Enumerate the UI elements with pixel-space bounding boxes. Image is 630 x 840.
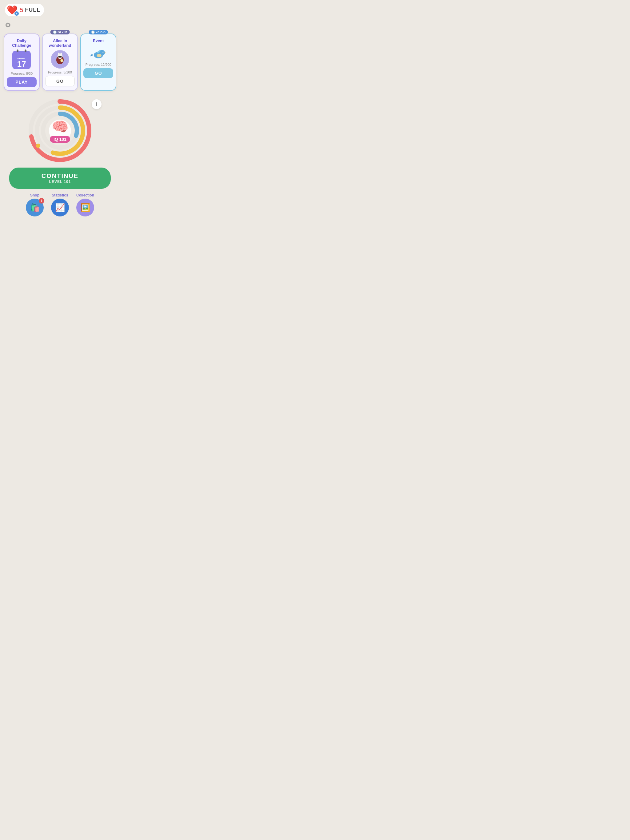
calendar-day: 17 xyxy=(17,60,26,68)
svg-point-19 xyxy=(57,99,62,104)
svg-point-7 xyxy=(59,57,60,58)
full-text: FULL xyxy=(25,7,40,13)
daily-card-title: Daily Challenge xyxy=(7,38,36,47)
alice-timer-badge: 🕐 2d 23h xyxy=(51,30,70,35)
calendar-pins xyxy=(17,49,27,52)
daily-challenge-card: Daily Challenge APRIL 17 Progress: 8/30 … xyxy=(4,33,40,91)
svg-point-21 xyxy=(36,144,40,148)
continue-button[interactable]: CONTINUE LEVEL 101 xyxy=(9,167,111,189)
svg-point-5 xyxy=(59,56,60,58)
event-progress: Progress: 12/200 xyxy=(85,63,111,66)
info-button[interactable]: i xyxy=(92,99,101,109)
shop-label: Shop xyxy=(30,193,40,197)
event-clock-icon: 🕐 xyxy=(91,30,95,34)
event-card-title: Event xyxy=(93,38,104,43)
hearts-badge[interactable]: ❤️ + 5 FULL xyxy=(5,4,44,16)
alice-card: 🕐 2d 23h Alice in wonderland Progress: 3… xyxy=(42,33,78,91)
shop-icon-circle: 🛍️ 1 xyxy=(26,199,44,216)
header: ❤️ + 5 FULL xyxy=(0,0,120,19)
alice-progress: Progress: 3/100 xyxy=(48,70,72,74)
shop-badge: 1 xyxy=(39,198,44,204)
alice-go-button[interactable]: GO xyxy=(45,76,75,87)
calendar-pin-left xyxy=(17,49,19,52)
brain-center: 🧠 IQ 101 xyxy=(50,119,70,143)
calendar-icon: APRIL 17 xyxy=(12,51,31,69)
plus-badge: + xyxy=(14,11,19,16)
svg-point-6 xyxy=(60,56,62,58)
brain-section: i 🧠 IQ 101 xyxy=(0,97,120,164)
daily-progress: Progress: 8/30 xyxy=(11,72,33,75)
shop-nav-item[interactable]: Shop 🛍️ 1 xyxy=(26,193,44,216)
event-bird xyxy=(89,46,108,61)
alice-timer-text: 2d 23h xyxy=(57,30,67,34)
svg-point-14 xyxy=(97,54,101,57)
svg-point-13 xyxy=(103,52,103,52)
daily-play-button[interactable]: PLAY xyxy=(7,77,36,87)
clock-icon: 🕐 xyxy=(53,30,57,34)
iq-badge: IQ 101 xyxy=(50,136,70,143)
calendar-pin-right xyxy=(25,49,27,52)
statistics-label: Statistics xyxy=(52,193,68,197)
collection-nav-item[interactable]: Collection 🖼️ xyxy=(76,193,94,216)
event-timer-badge: 🕐 2d 23h xyxy=(89,30,108,35)
heart-count: 5 xyxy=(19,6,23,14)
rings-container: 🧠 IQ 101 xyxy=(28,98,92,163)
brain-emoji: 🧠 xyxy=(52,119,69,135)
collection-icon-circle: 🖼️ xyxy=(76,199,94,216)
settings-button[interactable]: ⚙ xyxy=(0,19,16,32)
heart-icon: ❤️ + xyxy=(7,5,17,15)
alice-card-title: Alice in wonderland xyxy=(45,38,75,47)
cards-row: Daily Challenge APRIL 17 Progress: 8/30 … xyxy=(0,32,120,95)
bottom-nav: Shop 🛍️ 1 Statistics 📈 Collection 🖼️ xyxy=(0,193,120,223)
shop-icon: 🛍️ xyxy=(30,203,40,212)
continue-title: CONTINUE xyxy=(14,172,106,180)
collection-icon: 🖼️ xyxy=(80,203,90,212)
statistics-icon: 📈 xyxy=(55,203,65,212)
alice-character xyxy=(51,50,69,69)
continue-subtitle: LEVEL 101 xyxy=(14,180,106,184)
collection-label: Collection xyxy=(76,193,94,197)
svg-point-9 xyxy=(60,59,63,62)
statistics-nav-item[interactable]: Statistics 📈 xyxy=(51,193,69,216)
event-card: 🕐 2d 23h Event P xyxy=(80,33,116,91)
statistics-icon-circle: 📈 xyxy=(51,199,69,216)
event-timer-text: 2d 23h xyxy=(96,30,106,34)
event-go-button[interactable]: GO xyxy=(83,68,113,78)
